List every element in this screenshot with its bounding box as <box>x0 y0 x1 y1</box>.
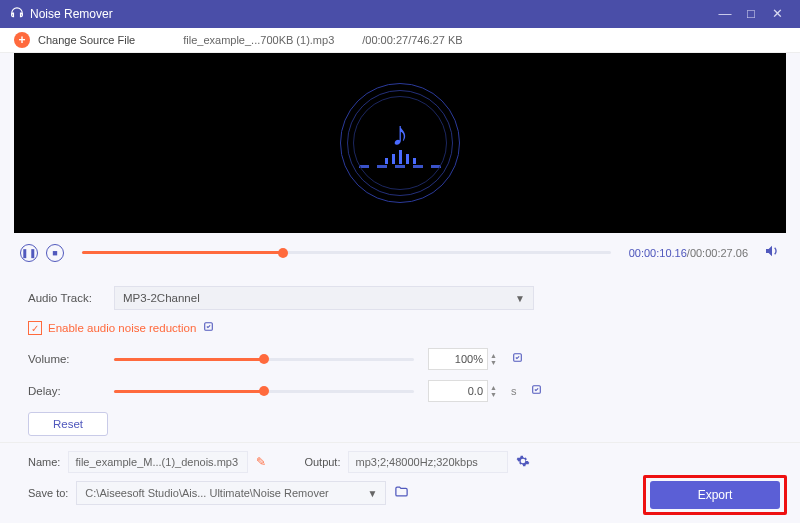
total-time: /00:00:27.06 <box>687 247 748 259</box>
music-note-icon: ♪ <box>392 114 409 153</box>
music-visual-icon: ♪ <box>340 83 460 203</box>
title-bar: Noise Remover — □ ✕ <box>0 0 800 28</box>
equalizer-icon <box>385 150 416 164</box>
noise-reduction-checkbox[interactable]: ✓ <box>28 321 42 335</box>
stop-button[interactable]: ■ <box>46 244 64 262</box>
source-toolbar: + Change Source File file_example_...700… <box>0 28 800 54</box>
noise-reduction-label: Enable audio noise reduction <box>48 322 196 334</box>
delay-slider[interactable] <box>114 383 414 399</box>
noise-reduction-row: ✓ Enable audio noise reduction <box>28 320 772 336</box>
player-controls: ❚❚ ■ 00:00:10.16/00:00:27.06 <box>0 233 800 270</box>
time-display: 00:00:10.16/00:00:27.06 <box>629 247 748 259</box>
volume-icon[interactable] <box>764 243 780 262</box>
volume-reset-icon[interactable] <box>511 351 524 367</box>
delay-thumb[interactable] <box>259 386 269 396</box>
app-logo-icon <box>10 5 24 22</box>
name-row: Name: file_example_M...(1)_denois.mp3 ✎ … <box>28 451 772 473</box>
close-button[interactable]: ✕ <box>764 6 790 21</box>
maximize-button[interactable]: □ <box>738 6 764 21</box>
edit-name-icon[interactable]: ✎ <box>256 455 266 469</box>
app-window: Noise Remover — □ ✕ + Change Source File… <box>0 0 800 523</box>
progress-track <box>82 251 611 254</box>
footer-section: Name: file_example_M...(1)_denois.mp3 ✎ … <box>0 442 800 523</box>
name-input[interactable]: file_example_M...(1)_denois.mp3 <box>68 451 248 473</box>
output-settings-icon[interactable] <box>516 454 530 471</box>
minimize-button[interactable]: — <box>712 6 738 21</box>
progress-fill <box>82 251 283 254</box>
volume-stepper[interactable]: ▲▼ <box>490 352 497 366</box>
open-folder-icon[interactable] <box>394 484 409 502</box>
pause-button[interactable]: ❚❚ <box>20 244 38 262</box>
noise-reduction-settings-icon[interactable] <box>202 320 215 336</box>
audio-track-row: Audio Track: MP3-2Channel ▼ <box>28 286 772 310</box>
volume-label: Volume: <box>28 353 100 365</box>
progress-slider[interactable] <box>82 245 611 261</box>
settings-section: Audio Track: MP3-2Channel ▼ ✓ Enable aud… <box>0 270 800 442</box>
current-time: 00:00:10.16 <box>629 247 687 259</box>
delay-stepper[interactable]: ▲▼ <box>490 384 497 398</box>
delay-unit: s <box>511 385 517 397</box>
delay-row: Delay: 0.0 ▲▼ s <box>28 380 772 402</box>
volume-thumb[interactable] <box>259 354 269 364</box>
preview-area: ♪ <box>14 53 786 233</box>
name-label: Name: <box>28 456 60 468</box>
save-to-label: Save to: <box>28 487 68 499</box>
save-path-value: C:\Aiseesoft Studio\Ais... Ultimate\Nois… <box>85 487 328 499</box>
audio-track-value: MP3-2Channel <box>123 292 200 304</box>
chevron-down-icon: ▼ <box>367 488 377 499</box>
equalizer-base-icon <box>359 165 441 168</box>
delay-label: Delay: <box>28 385 100 397</box>
window-title: Noise Remover <box>30 7 712 21</box>
output-label: Output: <box>304 456 340 468</box>
source-meta: /00:00:27/746.27 KB <box>362 34 462 46</box>
delay-input[interactable]: 0.0 <box>428 380 488 402</box>
volume-slider[interactable] <box>114 351 414 367</box>
audio-track-select[interactable]: MP3-2Channel ▼ <box>114 286 534 310</box>
reset-button[interactable]: Reset <box>28 412 108 436</box>
volume-input[interactable]: 100% <box>428 348 488 370</box>
audio-track-label: Audio Track: <box>28 292 100 304</box>
chevron-down-icon: ▼ <box>515 293 525 304</box>
delay-reset-icon[interactable] <box>530 383 543 399</box>
source-filename: file_example_...700KB (1).mp3 <box>183 34 334 46</box>
export-button[interactable]: Export <box>650 481 780 509</box>
add-source-icon[interactable]: + <box>14 32 30 48</box>
volume-row: Volume: 100% ▲▼ <box>28 348 772 370</box>
save-path-select[interactable]: C:\Aiseesoft Studio\Ais... Ultimate\Nois… <box>76 481 386 505</box>
progress-thumb[interactable] <box>278 248 288 258</box>
output-format-box: mp3;2;48000Hz;320kbps <box>348 451 508 473</box>
change-source-link[interactable]: Change Source File <box>38 34 135 46</box>
